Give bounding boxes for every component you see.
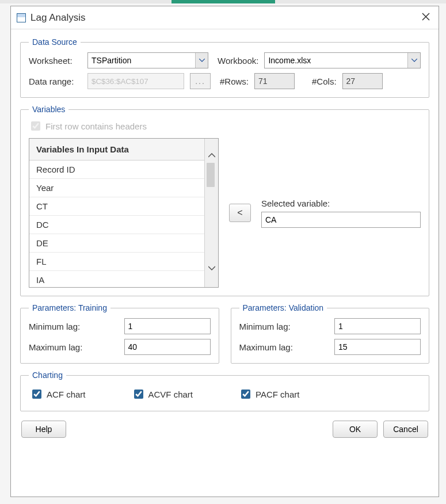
data-source-group: Data Source Worksheet: Workbook: xyxy=(20,37,429,98)
data-range-input xyxy=(87,73,184,89)
validation-max-label: Maximum lag: xyxy=(239,342,293,352)
training-min-label: Minimum lag: xyxy=(29,322,80,331)
validation-min-label: Minimum lag: xyxy=(239,322,291,331)
params-training-group: Parameters: Training Minimum lag: Maximu… xyxy=(20,303,219,364)
acf-checkbox[interactable] xyxy=(32,390,41,399)
charting-legend: Charting xyxy=(29,371,66,380)
cols-value xyxy=(342,73,383,89)
list-item[interactable]: FL xyxy=(29,253,204,271)
help-button[interactable]: Help xyxy=(21,421,66,438)
training-max-label: Maximum lag: xyxy=(29,342,82,352)
headers-checkbox-label: First row contains headers xyxy=(45,121,147,131)
scroll-down-icon[interactable] xyxy=(207,263,217,273)
dialog-window: Lag Analysis Data Source Worksheet: Work… xyxy=(10,6,439,497)
scroll-thumb[interactable] xyxy=(207,163,215,187)
variables-legend: Variables xyxy=(29,105,68,114)
selected-variable-input[interactable] xyxy=(261,212,421,228)
params-training-legend: Parameters: Training xyxy=(29,303,110,312)
list-item[interactable]: IA xyxy=(29,271,204,287)
validation-max-input[interactable] xyxy=(334,339,421,355)
close-icon xyxy=(421,11,430,24)
acvf-checkbox[interactable] xyxy=(134,390,143,399)
pacf-checkbox[interactable] xyxy=(241,390,250,399)
workbook-label: Workbook: xyxy=(218,56,258,66)
list-item[interactable]: Year xyxy=(29,179,204,197)
training-min-input[interactable] xyxy=(124,318,211,334)
charting-group: Charting ACF chart ACVF chart PACF chart xyxy=(20,371,429,411)
data-source-legend: Data Source xyxy=(29,37,81,47)
pacf-checkbox-wrap[interactable]: PACF chart xyxy=(239,388,299,400)
worksheet-combo[interactable] xyxy=(87,52,208,68)
move-left-button[interactable]: < xyxy=(229,204,251,222)
list-item[interactable]: Record ID xyxy=(29,161,204,179)
data-range-browse-button: ... xyxy=(190,73,211,89)
validation-min-input[interactable] xyxy=(334,318,421,334)
params-validation-group: Parameters: Validation Minimum lag: Maxi… xyxy=(231,303,430,364)
scrollbar[interactable] xyxy=(204,139,218,287)
headers-checkbox-wrap: First row contains headers xyxy=(29,120,147,132)
variables-list[interactable]: Variables In Input Data Record ID Year C… xyxy=(29,138,219,288)
headers-checkbox xyxy=(31,121,40,131)
close-button[interactable] xyxy=(419,11,433,25)
acf-checkbox-wrap[interactable]: ACF chart xyxy=(30,388,86,400)
window-title: Lag Analysis xyxy=(31,12,85,24)
training-max-input[interactable] xyxy=(124,339,211,355)
ok-button[interactable]: OK xyxy=(333,421,378,438)
pacf-checkbox-label: PACF chart xyxy=(256,390,299,399)
variables-group: Variables First row contains headers Var… xyxy=(20,105,429,296)
worksheet-label: Worksheet: xyxy=(29,56,82,66)
list-item[interactable]: CT xyxy=(29,197,204,216)
rows-value xyxy=(254,73,295,89)
acvf-checkbox-label: ACVF chart xyxy=(148,390,193,399)
workbook-combo[interactable] xyxy=(264,52,421,68)
variables-list-header: Variables In Input Data xyxy=(29,139,204,161)
scroll-up-icon[interactable] xyxy=(207,150,217,161)
selected-variable-label: Selected variable: xyxy=(261,198,421,208)
params-validation-legend: Parameters: Validation xyxy=(239,303,327,312)
list-item[interactable]: DE xyxy=(29,234,204,253)
cols-label: #Cols: xyxy=(312,77,337,86)
cancel-button[interactable]: Cancel xyxy=(383,421,428,438)
acf-checkbox-label: ACF chart xyxy=(47,390,86,399)
titlebar: Lag Analysis xyxy=(11,6,439,29)
data-range-label: Data range: xyxy=(29,77,82,86)
acvf-checkbox-wrap[interactable]: ACVF chart xyxy=(132,388,193,400)
app-icon xyxy=(17,13,26,22)
list-item[interactable]: DC xyxy=(29,216,204,234)
rows-label: #Rows: xyxy=(220,77,249,86)
